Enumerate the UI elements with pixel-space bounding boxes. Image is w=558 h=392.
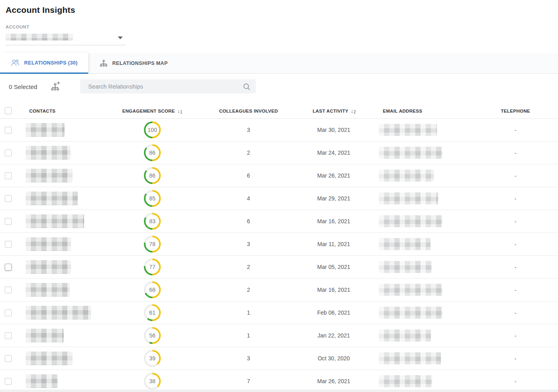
row-checkbox[interactable] (5, 150, 12, 156)
engagement-score-value: 39 (146, 352, 159, 365)
table-row: 56 1 Jan 22, 2021 - (0, 324, 558, 347)
engagement-score-ring: 83 (144, 213, 161, 230)
tab-relationships-map[interactable]: RELATIONSHIPS MAP (88, 53, 179, 74)
horizontal-scrollbar-track[interactable] (0, 390, 558, 392)
select-all-cell (0, 107, 18, 114)
engagement-score-ring: 68 (144, 281, 161, 298)
relationships-table: CONTACTS ENGAGEMENT SCORE↓1 COLLEAGUES I… (0, 103, 558, 392)
row-checkbox[interactable] (5, 241, 12, 248)
column-header-contacts[interactable]: CONTACTS (18, 109, 120, 113)
column-header-engagement-score[interactable]: ENGAGEMENT SCORE↓1 (120, 108, 184, 114)
table-row: 100 3 Mar 30, 2021 - (0, 119, 558, 141)
row-checkbox[interactable] (5, 264, 12, 271)
email-address-redacted (379, 307, 443, 319)
contact-name-redacted[interactable] (26, 237, 71, 251)
contact-name-redacted[interactable] (26, 192, 78, 205)
telephone-value: - (473, 333, 558, 339)
magnifier-icon[interactable] (243, 83, 251, 92)
column-header-last-activity[interactable]: LAST ACTIVITY↓2 (313, 108, 355, 114)
telephone-value: - (473, 173, 558, 179)
engagement-score-ring: 39 (144, 350, 161, 367)
engagement-score-ring: 56 (144, 327, 161, 344)
contact-name-redacted[interactable] (26, 374, 58, 388)
engagement-score-ring: 86 (144, 167, 161, 184)
contact-name-redacted[interactable] (26, 146, 71, 160)
engagement-score-ring: 61 (144, 304, 161, 321)
table-header-row: CONTACTS ENGAGEMENT SCORE↓1 COLLEAGUES I… (0, 103, 558, 119)
last-activity-value: Mar 24, 2021 (313, 150, 355, 156)
table-row: 38 7 Mar 26, 2021 - (0, 370, 558, 392)
selected-count: 0 Selected (9, 83, 37, 90)
row-checkbox[interactable] (5, 195, 12, 202)
row-checkbox[interactable] (5, 332, 12, 339)
contact-name-redacted[interactable] (26, 283, 70, 297)
colleagues-involved-value: 4 (184, 195, 313, 202)
last-activity-value: Mar 29, 2021 (313, 195, 355, 202)
last-activity-value: Mar 11, 2021 (313, 241, 355, 247)
telephone-value: - (473, 378, 558, 384)
table-row: 83 6 Mar 16, 2021 - (0, 210, 558, 233)
email-address-redacted (379, 192, 438, 204)
table-row: 78 3 Mar 11, 2021 - (0, 233, 558, 256)
org-chart-icon (99, 59, 108, 68)
contact-name-redacted[interactable] (26, 329, 64, 342)
contact-name-redacted[interactable] (26, 123, 65, 137)
colleagues-involved-value: 7 (184, 378, 313, 384)
engagement-score-value: 68 (146, 283, 159, 297)
telephone-value: - (473, 218, 558, 224)
org-chart-plus-icon[interactable] (51, 81, 61, 92)
contact-name-redacted[interactable] (26, 214, 84, 228)
engagement-score-value: 86 (146, 146, 159, 160)
last-activity-value: Mar 30, 2021 (313, 127, 355, 133)
engagement-score-ring: 86 (144, 144, 161, 161)
contact-name-redacted[interactable] (26, 169, 73, 182)
row-checkbox[interactable] (5, 172, 12, 179)
email-address-redacted (379, 147, 443, 159)
last-activity-value: Jan 22, 2021 (313, 332, 355, 339)
column-header-colleagues-involved[interactable]: COLLEAGUES INVOLVED (184, 109, 313, 113)
last-activity-value: Mar 16, 2021 (313, 218, 355, 224)
tab-relationships[interactable]: RELATIONSHIPS (30) (0, 53, 88, 74)
chevron-down-icon (118, 36, 123, 39)
account-field-label: ACCOUNT (6, 24, 29, 29)
last-activity-value: Oct 30, 2020 (313, 355, 355, 362)
toolbar: 0 Selected (0, 74, 558, 99)
account-insights-page: Account Insights ACCOUNT RELATIONSHIPS (… (0, 0, 558, 392)
row-checkbox[interactable] (5, 127, 12, 133)
telephone-value: - (473, 196, 558, 202)
contact-name-redacted[interactable] (26, 352, 73, 365)
table-body: 100 3 Mar 30, 2021 - 86 2 Mar 24, 2021 - (0, 119, 558, 392)
email-address-redacted (379, 375, 432, 387)
email-address-redacted (379, 124, 437, 136)
column-header-telephone[interactable]: TELEPHONE (473, 109, 558, 113)
account-value-redacted (6, 34, 73, 40)
row-checkbox[interactable] (5, 355, 12, 362)
select-all-checkbox[interactable] (5, 107, 12, 114)
column-header-email-address[interactable]: EMAIL ADDRESS (355, 109, 473, 113)
telephone-value: - (473, 241, 558, 247)
email-address-redacted (379, 352, 441, 364)
telephone-value: - (473, 264, 558, 270)
email-address-redacted (379, 329, 431, 341)
row-checkbox[interactable] (5, 378, 12, 385)
engagement-score-ring: 38 (144, 373, 161, 390)
engagement-score-value: 83 (146, 214, 159, 228)
row-checkbox[interactable] (5, 309, 12, 316)
email-address-redacted (379, 215, 443, 227)
table-row: 68 2 Mar 16, 2021 - (0, 279, 558, 301)
last-activity-value: Mar 26, 2021 (313, 378, 355, 384)
search-input[interactable] (80, 83, 256, 90)
contact-name-redacted[interactable] (26, 306, 91, 319)
telephone-value: - (473, 150, 558, 156)
contact-name-redacted[interactable] (26, 260, 71, 274)
colleagues-involved-value: 1 (184, 309, 313, 316)
row-checkbox[interactable] (5, 287, 12, 293)
people-icon (10, 59, 20, 67)
engagement-score-ring: 78 (144, 236, 161, 253)
last-activity-value: Mar 26, 2021 (313, 172, 355, 179)
search-box (80, 79, 256, 93)
account-select[interactable] (6, 32, 126, 45)
row-checkbox[interactable] (5, 218, 12, 225)
colleagues-involved-value: 2 (184, 264, 313, 270)
colleagues-involved-value: 2 (184, 150, 313, 156)
